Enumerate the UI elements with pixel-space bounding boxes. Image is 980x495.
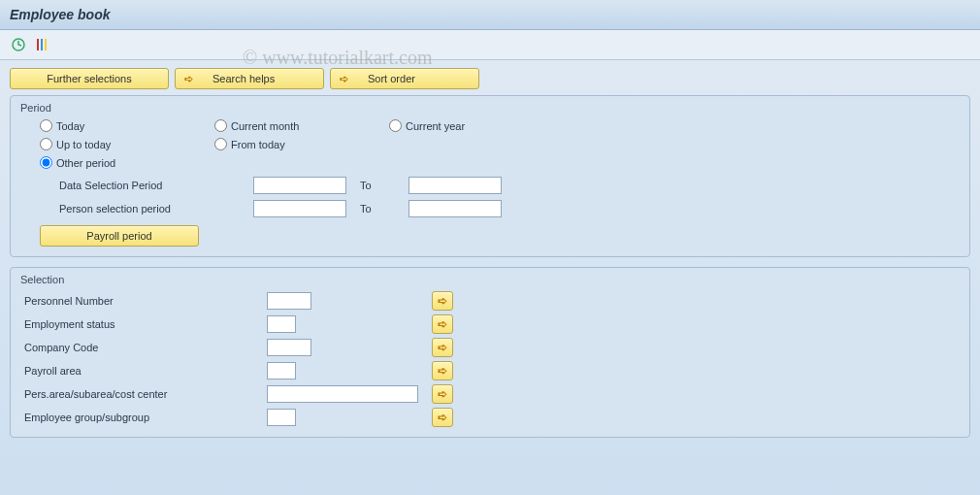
company-code-multi-button[interactable]: ➪ xyxy=(432,338,453,357)
selection-button-bar: Further selections ➪ Search helps ➪ Sort… xyxy=(10,68,970,89)
pers-area-input[interactable] xyxy=(267,385,418,403)
data-selection-from-input[interactable] xyxy=(253,177,346,194)
svg-rect-2 xyxy=(41,39,43,50)
period-date-inputs: Data Selection Period To Person selectio… xyxy=(59,177,960,217)
radio-up-to-today-label: Up to today xyxy=(56,139,111,150)
arrow-right-icon: ➪ xyxy=(438,317,447,331)
employee-group-label: Employee group/subgroup xyxy=(24,412,267,423)
page-title: Employee book xyxy=(10,7,110,22)
radio-current-year-input[interactable] xyxy=(389,119,402,132)
variant-icon[interactable] xyxy=(33,36,50,53)
to-label-1: To xyxy=(360,180,408,191)
search-helps-button[interactable]: ➪ Search helps xyxy=(175,68,324,89)
period-group: Period Today Current month Current year … xyxy=(10,95,970,257)
radio-current-month-input[interactable] xyxy=(214,119,227,132)
person-selection-to-input[interactable] xyxy=(408,200,502,217)
employee-group-input[interactable] xyxy=(267,409,296,426)
personnel-number-input[interactable] xyxy=(267,292,311,310)
payroll-area-multi-button[interactable]: ➪ xyxy=(432,361,453,380)
employee-group-multi-button[interactable]: ➪ xyxy=(432,408,453,427)
arrow-right-icon: ➪ xyxy=(438,364,447,378)
radio-today-label: Today xyxy=(56,120,84,132)
arrow-right-icon: ➪ xyxy=(438,341,447,354)
employment-status-multi-button[interactable]: ➪ xyxy=(432,314,453,334)
pers-area-multi-button[interactable]: ➪ xyxy=(432,384,453,404)
svg-rect-1 xyxy=(37,39,39,50)
arrow-right-icon: ➪ xyxy=(438,387,447,401)
payroll-area-label: Payroll area xyxy=(24,365,267,377)
sort-order-label: Sort order xyxy=(368,73,415,84)
radio-from-today-label: From today xyxy=(231,139,285,150)
radio-today[interactable]: Today xyxy=(40,119,214,132)
selection-grid: Personnel Number ➪ Employment status ➪ C… xyxy=(24,291,960,427)
data-selection-to-input[interactable] xyxy=(408,177,502,194)
radio-other-period-label: Other period xyxy=(56,157,115,169)
further-selections-button[interactable]: Further selections xyxy=(10,68,169,89)
radio-other-period-input[interactable] xyxy=(40,156,52,169)
company-code-input[interactable] xyxy=(267,339,311,356)
period-radio-grid: Today Current month Current year Up to t… xyxy=(40,119,960,169)
period-group-title: Period xyxy=(20,102,960,114)
personnel-number-multi-button[interactable]: ➪ xyxy=(432,291,453,311)
radio-up-to-today[interactable]: Up to today xyxy=(40,138,214,150)
radio-current-year[interactable]: Current year xyxy=(389,119,564,132)
payroll-period-button[interactable]: Payroll period xyxy=(40,225,199,247)
title-bar: Employee book xyxy=(0,0,980,30)
to-label-2: To xyxy=(360,203,408,214)
radio-from-today-input[interactable] xyxy=(214,138,227,150)
execute-icon[interactable] xyxy=(10,36,27,53)
svg-rect-3 xyxy=(45,39,47,50)
arrow-right-icon: ➪ xyxy=(337,72,350,85)
employment-status-input[interactable] xyxy=(267,315,296,333)
employment-status-label: Employment status xyxy=(24,318,267,330)
arrow-right-icon: ➪ xyxy=(438,294,447,308)
person-selection-from-input[interactable] xyxy=(253,200,346,217)
content-area: Further selections ➪ Search helps ➪ Sort… xyxy=(0,60,980,495)
radio-current-month[interactable]: Current month xyxy=(214,119,389,132)
radio-from-today[interactable]: From today xyxy=(214,138,389,150)
personnel-number-label: Personnel Number xyxy=(24,295,267,307)
radio-today-input[interactable] xyxy=(40,119,52,132)
arrow-right-icon: ➪ xyxy=(438,411,447,424)
sort-order-button[interactable]: ➪ Sort order xyxy=(330,68,479,89)
payroll-period-label: Payroll period xyxy=(86,230,151,242)
radio-current-year-label: Current year xyxy=(406,120,465,132)
company-code-label: Company Code xyxy=(24,342,267,353)
pers-area-label: Pers.area/subarea/cost center xyxy=(24,388,267,400)
person-selection-period-label: Person selection period xyxy=(59,203,253,214)
arrow-right-icon: ➪ xyxy=(181,72,195,85)
radio-other-period[interactable]: Other period xyxy=(40,156,564,169)
app-toolbar xyxy=(0,30,980,60)
data-selection-period-label: Data Selection Period xyxy=(59,180,253,191)
radio-current-month-label: Current month xyxy=(231,120,299,132)
selection-group-title: Selection xyxy=(20,274,960,285)
radio-up-to-today-input[interactable] xyxy=(40,138,52,150)
selection-group: Selection Personnel Number ➪ Employment … xyxy=(10,267,970,438)
search-helps-label: Search helps xyxy=(212,73,275,84)
payroll-area-input[interactable] xyxy=(267,362,296,380)
further-selections-label: Further selections xyxy=(47,73,131,84)
